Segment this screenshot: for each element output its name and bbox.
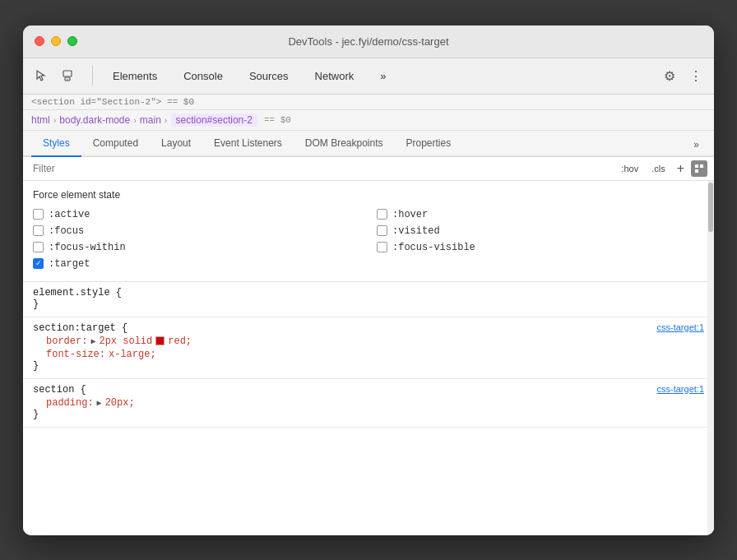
panel-toggle-button[interactable] [691,160,707,177]
tab-event-listeners[interactable]: Event Listeners [202,131,294,157]
padding-arrow-icon[interactable]: ▶ [97,398,102,408]
tab-more-btn[interactable]: » [687,132,706,157]
breadcrumb-sep-2: › [133,115,137,125]
source-element-bar: <section id="Section-2"> == $0 [23,95,714,110]
checkbox-focus-box[interactable] [33,225,44,236]
svg-rect-4 [700,164,703,168]
checkbox-grid: :active :hover :focus :visited [33,209,704,270]
checkbox-focus-within-label: :focus-within [49,242,126,253]
filter-bar: :hov .cls + [23,157,714,181]
css-rule-section-header: section { css-target:1 [33,384,704,396]
css-prop-font-size: font-size: x-large; [33,349,704,360]
breadcrumb-sep-3: › [165,115,168,125]
checkbox-visited-box[interactable] [377,225,387,236]
section-source[interactable]: css-target:1 [657,384,704,394]
checkbox-focus-visible: :focus-visible [377,242,704,253]
device-icon[interactable] [56,64,79,87]
css-prop-padding-value: 20px; [105,397,135,409]
tab-sources[interactable]: Sources [236,65,302,87]
section-close: } [33,409,704,420]
window-title: DevTools - jec.fyi/demo/css-target [288,35,448,48]
filter-input[interactable] [30,161,616,176]
css-rule-section-target: section:target { css-target:1 border: ▶ … [23,317,714,379]
maximize-button[interactable] [67,36,77,46]
breadcrumb-main[interactable]: main [140,114,161,126]
main-content: Force element state :active :hover :focu… [23,181,714,535]
tab-computed[interactable]: Computed [81,131,150,157]
border-arrow-icon[interactable]: ▶ [90,336,95,346]
css-rule-section: section { css-target:1 padding: ▶ 20px; … [23,379,714,428]
toolbar-nav: Elements Console Sources Network » [100,65,658,87]
scrollbar-thumb[interactable] [708,183,713,232]
tabs-bar: Styles Computed Layout Event Listeners D… [23,131,714,157]
force-state-title: Force element state [33,189,704,201]
checkbox-active-box[interactable] [33,209,44,220]
checkbox-active: :active [33,209,360,220]
checkbox-focus: :focus [33,225,360,237]
tab-elements[interactable]: Elements [100,65,170,87]
scrollbar-track[interactable] [707,181,714,535]
settings-icon[interactable]: ⚙ [658,64,681,87]
tab-layout[interactable]: Layout [150,131,202,157]
hov-button[interactable]: :hov [616,161,643,176]
css-prop-font-size-name: font-size: [46,349,105,360]
element-style-close: } [33,299,704,310]
section-selector: section { [33,384,86,396]
section-target-close: } [33,360,704,372]
tab-styles[interactable]: Styles [31,131,81,157]
checkbox-focus-label: :focus [49,225,84,237]
css-prop-padding-name: padding: [46,397,94,409]
checkbox-target: :target [33,258,360,270]
checkbox-active-label: :active [49,209,90,220]
cursor-icon[interactable] [30,64,53,87]
tab-more[interactable]: » [367,65,399,87]
toolbar-right: ⚙ ⋮ [658,64,707,87]
checkbox-focus-visible-label: :focus-visible [392,242,475,253]
tab-dom-breakpoints[interactable]: DOM Breakpoints [294,131,395,157]
force-state-section: Force element state :active :hover :focu… [23,181,714,282]
breadcrumb-html[interactable]: html [31,114,50,126]
toolbar-icons [30,64,79,87]
breadcrumb-section[interactable]: section#section-2 [171,113,257,127]
checkbox-target-label: :target [49,258,90,270]
css-rule-element-style-header: element.style { [33,287,704,299]
css-rule-section-target-header: section:target { css-target:1 [33,322,704,334]
svg-rect-3 [695,164,698,168]
css-prop-font-size-value: x-large; [109,349,156,360]
toolbar: Elements Console Sources Network » ⚙ ⋮ [23,58,714,95]
titlebar: DevTools - jec.fyi/demo/css-target [23,25,714,58]
css-rule-element-style: element.style { } [23,282,714,317]
close-button[interactable] [35,36,44,46]
svg-rect-5 [695,169,698,173]
css-prop-border: border: ▶ 2px solid red; [33,336,704,347]
cls-button[interactable]: .cls [647,161,670,176]
breadcrumb: html › body.dark-mode › main › section#s… [23,110,714,131]
checkbox-hover-box[interactable] [377,209,387,220]
css-prop-border-name: border: [46,336,87,347]
section-target-source[interactable]: css-target:1 [657,322,704,332]
checkbox-focus-within-box[interactable] [33,242,44,252]
more-options-icon[interactable]: ⋮ [684,64,707,87]
checkbox-focus-visible-box[interactable] [377,242,387,252]
minimize-button[interactable] [51,36,61,46]
tab-properties[interactable]: Properties [395,131,463,157]
checkbox-focus-within: :focus-within [33,242,360,253]
devtools-window: DevTools - jec.fyi/demo/css-target Eleme… [23,25,714,535]
checkbox-visited: :visited [377,225,704,237]
breadcrumb-badge: == $0 [264,115,291,125]
color-swatch-red[interactable] [155,336,165,345]
checkbox-target-box[interactable] [33,258,44,269]
filter-actions: :hov .cls + [616,160,707,177]
breadcrumb-sep-1: › [53,115,57,125]
svg-rect-0 [63,71,72,76]
tab-console[interactable]: Console [170,65,236,87]
breadcrumb-body[interactable]: body.dark-mode [59,114,130,126]
css-prop-border-value: red; [168,336,192,347]
checkbox-hover-label: :hover [392,209,428,220]
checkbox-visited-label: :visited [392,225,440,237]
source-element-text: <section id="Section-2"> == $0 [31,97,194,107]
css-prop-padding: padding: ▶ 20px; [33,397,704,409]
tab-network[interactable]: Network [302,65,368,87]
add-style-button[interactable]: + [674,161,688,176]
traffic-lights [35,36,77,46]
